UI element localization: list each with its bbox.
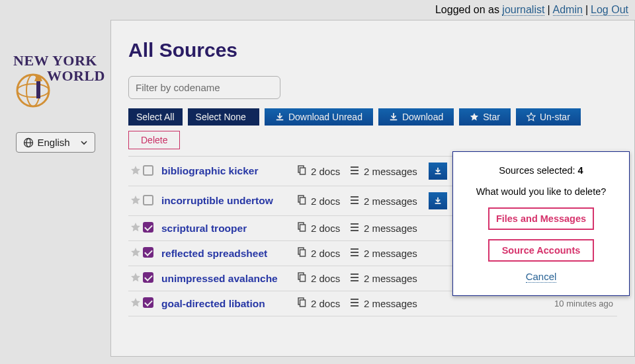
docs-count: 2 docs [311, 273, 340, 284]
row-star-toggle[interactable] [128, 272, 143, 285]
download-icon [275, 112, 284, 122]
svg-rect-8 [300, 168, 306, 174]
row-codename: unimpressed avalanche [157, 273, 296, 285]
row-checkbox[interactable] [143, 165, 157, 178]
star-outline-icon [527, 112, 536, 122]
messages-count: 2 messages [364, 273, 417, 284]
messages-count: 2 messages [364, 196, 417, 207]
logout-link[interactable]: Log Out [591, 4, 628, 16]
row-star-toggle[interactable] [128, 222, 143, 235]
row-docs: 2 docs [296, 195, 349, 207]
row-timestamp: 10 minutes ago [455, 299, 617, 309]
row-messages: 2 messages [349, 165, 429, 178]
row-checkbox[interactable] [143, 272, 157, 285]
sidebar: NEW YORK WORLD English [0, 20, 110, 357]
svg-rect-18 [300, 225, 306, 231]
chevron-down-icon [80, 139, 88, 147]
modal-question: What would you like to delete? [465, 186, 617, 197]
logged-on-label: Logged on as [435, 4, 502, 15]
row-docs: 2 docs [296, 222, 349, 235]
star-button[interactable]: Star [459, 108, 511, 126]
select-none-button[interactable]: Select None [188, 108, 259, 126]
row-messages: 2 messages [349, 297, 429, 310]
row-star-toggle[interactable] [128, 195, 143, 207]
svg-rect-3 [36, 81, 40, 98]
docs-icon [296, 222, 307, 235]
page-title: All Sources [128, 39, 617, 61]
row-star-toggle[interactable] [128, 297, 143, 310]
toolbar: Select All Select None Download Unread D… [128, 108, 617, 149]
row-messages: 2 messages [349, 247, 429, 260]
row-codename: scriptural trooper [157, 223, 296, 235]
codename-link[interactable]: goal-directed libation [161, 298, 265, 309]
logo-text-line1: NEW YORK [0, 53, 110, 68]
row-docs: 2 docs [296, 247, 349, 260]
docs-icon [296, 165, 307, 178]
row-star-toggle[interactable] [128, 165, 143, 178]
codename-link[interactable]: bibliographic kicker [161, 165, 258, 176]
svg-point-1 [17, 84, 49, 97]
docs-count: 2 docs [311, 196, 340, 207]
row-docs: 2 docs [296, 272, 349, 285]
row-docs: 2 docs [296, 165, 349, 178]
row-checkbox[interactable] [143, 195, 157, 207]
docs-count: 2 docs [311, 166, 340, 177]
row-messages: 2 messages [349, 222, 429, 235]
docs-icon [296, 247, 307, 260]
svg-rect-13 [300, 198, 306, 204]
row-docs: 2 docs [296, 297, 349, 310]
row-codename: bibliographic kicker [157, 165, 296, 177]
star-icon [470, 112, 479, 122]
filter-input[interactable] [128, 76, 280, 99]
language-selector[interactable]: English [16, 132, 95, 153]
delete-accounts-button[interactable]: Source Accounts [488, 239, 594, 262]
download-icon [389, 112, 398, 122]
download-unread-button[interactable]: Download Unread [265, 108, 373, 126]
svg-rect-33 [300, 300, 306, 307]
row-checkbox[interactable] [143, 222, 157, 235]
row-download-button[interactable] [429, 192, 447, 209]
row-download-button[interactable] [429, 163, 447, 180]
row-star-toggle[interactable] [128, 247, 143, 260]
logo: NEW YORK WORLD [0, 53, 110, 112]
select-all-button[interactable]: Select All [128, 108, 183, 126]
list-icon [349, 247, 360, 260]
messages-count: 2 messages [364, 223, 417, 234]
modal-selected-count: 4 [578, 165, 583, 176]
modal-cancel-link[interactable]: Cancel [526, 271, 557, 283]
username-link[interactable]: journalist [502, 4, 544, 16]
modal-selected-line: Sources selected: 4 [465, 165, 617, 176]
top-bar: Logged on as journalist|Admin|Log Out [0, 0, 635, 20]
codename-link[interactable]: reflected spreadsheet [161, 248, 267, 259]
download-button[interactable]: Download [378, 108, 454, 126]
language-label: English [38, 137, 70, 148]
docs-count: 2 docs [311, 248, 340, 259]
docs-icon [296, 297, 307, 310]
list-icon [349, 165, 360, 178]
delete-files-button[interactable]: Files and Messages [488, 207, 594, 230]
codename-link[interactable]: incorruptible undertow [161, 195, 273, 206]
list-icon [349, 195, 360, 207]
svg-rect-28 [300, 275, 306, 281]
docs-count: 2 docs [311, 298, 340, 309]
row-checkbox[interactable] [143, 247, 157, 260]
docs-icon [296, 195, 307, 207]
svg-rect-23 [300, 250, 306, 256]
docs-count: 2 docs [311, 223, 340, 234]
docs-icon [296, 272, 307, 285]
messages-count: 2 messages [364, 298, 417, 309]
codename-link[interactable]: scriptural trooper [161, 223, 247, 234]
delete-button[interactable]: Delete [128, 131, 180, 149]
admin-link[interactable]: Admin [553, 4, 583, 16]
row-messages: 2 messages [349, 272, 429, 285]
list-icon [349, 297, 360, 310]
list-icon [349, 222, 360, 235]
row-messages: 2 messages [349, 195, 429, 207]
messages-count: 2 messages [364, 166, 417, 177]
unstar-button[interactable]: Un-star [516, 108, 581, 126]
row-codename: reflected spreadsheet [157, 248, 296, 260]
row-checkbox[interactable] [143, 297, 157, 310]
list-icon [349, 272, 360, 285]
codename-link[interactable]: unimpressed avalanche [161, 273, 278, 284]
row-codename: incorruptible undertow [157, 195, 296, 207]
